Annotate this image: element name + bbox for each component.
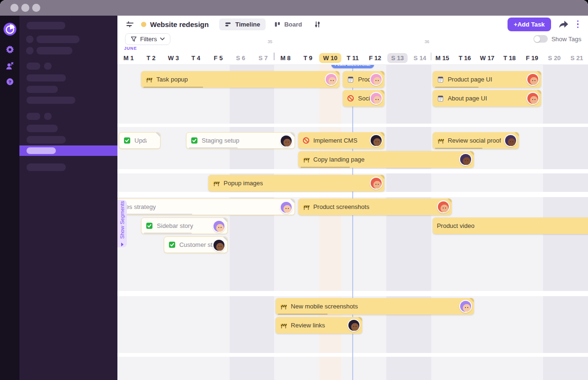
task-bar[interactable]: Review social proof (433, 132, 519, 149)
more-menu-icon[interactable] (577, 20, 579, 28)
assignee-avatar (504, 134, 517, 147)
assignee-avatar (526, 92, 539, 105)
window-titlebar (0, 0, 588, 16)
task-label: About page UI (448, 95, 487, 102)
task-label: Review social proof (448, 137, 501, 144)
window-control-dot[interactable] (10, 4, 18, 12)
progress-underline (278, 314, 328, 315)
day-column (364, 65, 387, 380)
task-label: Task popup (156, 76, 188, 83)
assignee-avatar (325, 73, 338, 86)
task-bar[interactable]: Popup images (208, 175, 384, 191)
icon-rail: ? (0, 16, 19, 380)
task-label: Product (358, 76, 371, 83)
task-bar[interactable]: Review links (276, 317, 362, 334)
assignee-avatar (459, 153, 472, 166)
window-control-dot[interactable] (21, 4, 29, 12)
day-header-f12: F 12 (364, 54, 386, 62)
task-bar[interactable]: Features strategy (117, 199, 295, 215)
task-bar[interactable]: Implement CMS (298, 132, 384, 149)
barrier-icon (303, 203, 310, 211)
day-header-f19: F 19 (521, 54, 543, 62)
show-segments-tab[interactable]: Show Segments (117, 200, 127, 247)
expand-arrow-icon (121, 243, 124, 246)
task-label: Social (358, 95, 371, 102)
tab-timeline[interactable]: Timeline (219, 18, 266, 30)
help-icon[interactable]: ? (6, 78, 14, 86)
app-logo-icon[interactable] (3, 22, 17, 36)
task-label: Implement CMS (313, 137, 357, 144)
day-header-t9: T 9 (297, 54, 319, 62)
skeleton-square (26, 36, 34, 43)
check-icon (169, 241, 176, 249)
note-icon (347, 76, 355, 83)
filters-button[interactable]: Filters (125, 33, 170, 45)
task-bar[interactable]: Staging setup (186, 132, 295, 149)
task-bar[interactable]: About page UI (433, 90, 542, 107)
sidebar-selected-item[interactable] (19, 145, 117, 156)
show-tags-label: Show Tags (552, 36, 581, 43)
progress-underline (117, 214, 192, 215)
window-control-dot[interactable] (32, 4, 40, 12)
view-sliders-icon[interactable] (314, 21, 321, 28)
task-bar[interactable]: New mobile screenshots (276, 298, 474, 315)
assignee-avatar (213, 239, 225, 252)
task-bar[interactable]: Customer stories (164, 236, 228, 253)
day-column (230, 65, 252, 380)
week-tick (274, 53, 275, 60)
barrier-icon (213, 180, 220, 187)
task-bar[interactable]: Task popup (141, 71, 339, 88)
check-icon (124, 137, 131, 145)
task-label: Customer stories (179, 241, 214, 248)
task-label: New mobile screenshots (291, 303, 358, 310)
project-header: Website redesign Timeline Board +Add (117, 16, 588, 33)
team-members-icon[interactable] (5, 62, 14, 70)
share-icon[interactable] (559, 20, 569, 28)
project-color-dot (141, 22, 146, 27)
chevron-down-icon (160, 37, 165, 40)
assignee-avatar (459, 300, 472, 313)
skeleton-bar (27, 163, 66, 171)
day-header-t11: T 11 (341, 54, 364, 62)
timeline-icon (225, 21, 232, 27)
show-tags-toggle[interactable] (534, 35, 548, 43)
timeline-settings-icon[interactable] (126, 21, 134, 28)
task-bar[interactable]: Copy landing page (298, 151, 474, 168)
skeleton-bar (27, 97, 75, 104)
task-bar[interactable]: Product screenshots (298, 199, 452, 215)
selected-day-pill: S 13 (387, 53, 408, 63)
task-bar[interactable]: Updates (119, 132, 160, 149)
task-label: Staging setup (202, 137, 240, 144)
progress-underline (189, 147, 238, 149)
day-header-w3: W 3 (162, 54, 185, 62)
task-bar[interactable]: Product video (433, 217, 588, 234)
task-bar[interactable]: Sidebar story (141, 217, 227, 234)
milestone-badge[interactable]: PLAN MILESTONE (331, 65, 374, 68)
tab-board[interactable]: Board (268, 18, 308, 30)
barrier-icon (145, 76, 153, 83)
day-header-s13: S 13 (386, 54, 409, 62)
show-segments-label: Show Segments (119, 201, 125, 239)
skeleton-square (44, 63, 52, 70)
skeleton-bar (27, 74, 66, 81)
add-task-button[interactable]: +Add Task (508, 18, 551, 31)
task-bar[interactable]: Social (343, 90, 384, 107)
day-header-f5: F 5 (207, 54, 229, 62)
task-bar[interactable]: Product page UI (433, 71, 542, 88)
skeleton-square (26, 47, 34, 54)
day-header-m15: M 15 (431, 54, 454, 62)
assignee-avatar (280, 135, 293, 147)
date-header: JUNE M 1T 2W 3T 4F 5S 6S 7M 8T 9W 10T 11… (117, 45, 588, 65)
timeline-canvas[interactable]: PLAN MILESTONE Show Segments Task popupP… (117, 65, 588, 380)
skeleton-bar (27, 86, 58, 93)
settings-gear-icon[interactable] (6, 45, 14, 54)
task-bar[interactable]: Product (343, 71, 384, 88)
board-icon (274, 21, 281, 27)
day-header-t2: T 2 (140, 54, 162, 62)
assignee-avatar (370, 92, 383, 105)
barrier-icon (437, 137, 445, 145)
barrier-icon (303, 156, 310, 163)
assignee-avatar (213, 220, 225, 233)
assignee-avatar (370, 73, 383, 86)
assignee-avatar (347, 319, 360, 332)
